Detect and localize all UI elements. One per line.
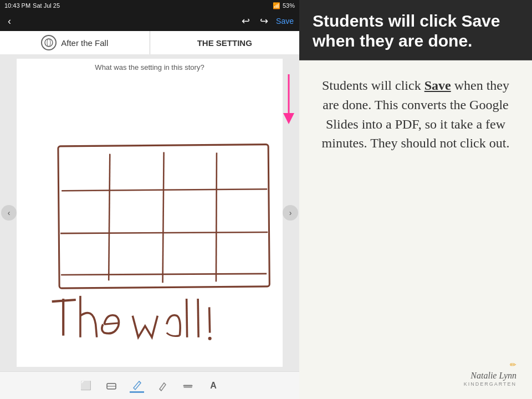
svg-line-12 (52, 300, 76, 301)
svg-line-7 (216, 153, 217, 282)
tab-right-label: THE SETTING (197, 38, 252, 48)
prev-slide-button[interactable]: ‹ (1, 205, 17, 221)
text-tool[interactable]: A (206, 378, 221, 393)
pink-arrow-annotation (280, 74, 297, 126)
pencil-decoration: ✏ (510, 360, 516, 369)
book-icon (41, 35, 57, 50)
pencil-tool[interactable] (155, 378, 170, 393)
wifi-icon: 📶 (273, 2, 280, 9)
svg-point-1 (47, 39, 50, 47)
svg-line-5 (109, 154, 110, 281)
svg-point-0 (45, 39, 53, 47)
time: 10:43 PM (4, 2, 30, 9)
eraser-tool[interactable] (104, 378, 119, 393)
undo-button[interactable]: ↩ (239, 14, 252, 28)
brand-sub: KINDERGARTEN (464, 381, 516, 388)
status-right: 📶 53% (273, 2, 295, 9)
next-slide-button[interactable]: › (283, 205, 298, 221)
brand-logo: ✏ Natalie Lynn KINDERGARTEN (464, 360, 516, 388)
instruction-text: Students will click Save when they are d… (315, 76, 516, 153)
svg-line-8 (62, 189, 267, 191)
battery: 53% (283, 2, 295, 9)
svg-line-17 (209, 307, 210, 332)
save-button[interactable]: Save (276, 17, 294, 25)
right-panel: Students will click Save when they are d… (299, 0, 532, 399)
right-header: Students will click Save when they are d… (299, 0, 532, 60)
status-bar: 10:43 PM Sat Jul 25 📶 53% (0, 0, 299, 11)
svg-point-18 (208, 337, 212, 340)
slide-container: ‹ › What was the setting in this story? (0, 54, 299, 371)
svg-line-10 (61, 274, 267, 275)
redo-button[interactable]: ↪ (258, 14, 270, 28)
right-body: Students will click Save when they are d… (299, 60, 532, 399)
branding: ✏ Natalie Lynn KINDERGARTEN (315, 354, 516, 388)
brand-name: Natalie Lynn (464, 370, 516, 382)
tab-bar: After the Fall THE SETTING (0, 31, 299, 54)
drawing-area[interactable] (17, 71, 283, 367)
app-toolbar: ‹ ↩ ↪ Save (0, 11, 299, 31)
date: Sat Jul 25 (33, 2, 60, 9)
back-button[interactable]: ‹ (6, 14, 13, 28)
svg-line-14 (104, 323, 119, 324)
svg-line-21 (139, 381, 141, 383)
tab-after-the-fall[interactable]: After the Fall (0, 31, 150, 54)
marker-tool[interactable] (181, 378, 195, 393)
bottom-toolbar: ⬜ A (0, 371, 299, 399)
svg-line-22 (160, 389, 161, 391)
toolbar-left: ‹ (6, 14, 13, 28)
slide-question: What was the setting in this story? (95, 63, 204, 71)
svg-line-9 (60, 232, 268, 233)
select-tool[interactable]: ⬜ (79, 378, 93, 393)
left-panel: 10:43 PM Sat Jul 25 📶 53% ‹ ↩ ↪ Save (0, 0, 299, 399)
svg-line-16 (198, 299, 198, 337)
header-text: Students will click Save when they are d… (313, 11, 519, 51)
toolbar-right: ↩ ↪ Save (239, 14, 294, 28)
svg-line-6 (163, 152, 164, 283)
svg-marker-3 (283, 113, 294, 124)
svg-line-15 (187, 299, 187, 337)
tab-left-label: After the Fall (61, 38, 108, 48)
slide: What was the setting in this story? (17, 59, 283, 367)
save-highlight: Save (424, 78, 451, 93)
status-left: 10:43 PM Sat Jul 25 (4, 2, 60, 9)
tab-the-setting[interactable]: THE SETTING (150, 31, 300, 54)
pen-tool[interactable] (130, 378, 144, 393)
